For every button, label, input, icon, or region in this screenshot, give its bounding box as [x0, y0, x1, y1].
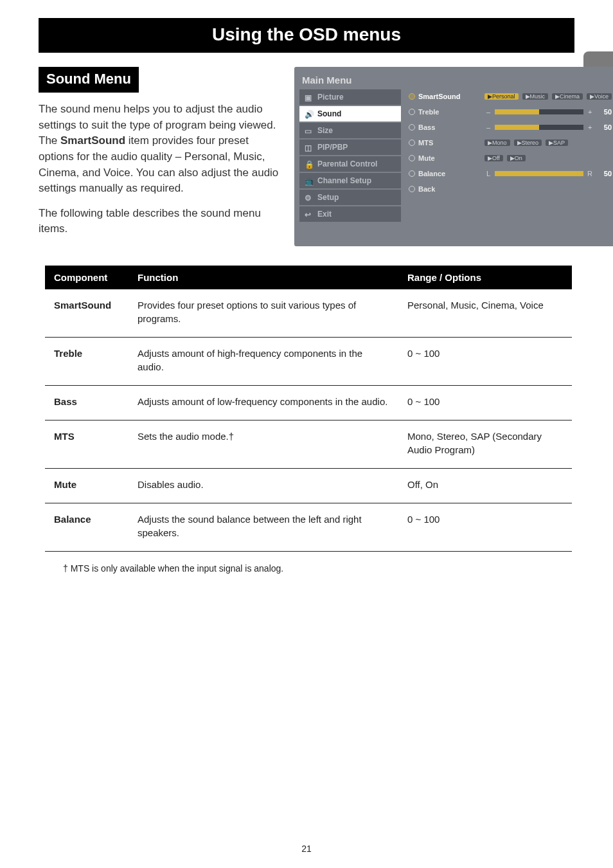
- plus-icon[interactable]: +: [586, 108, 594, 116]
- radio-icon: [409, 140, 415, 146]
- osd-sub-label: Bass: [418, 123, 435, 131]
- opt-cinema[interactable]: ▶Cinema: [552, 93, 583, 100]
- osd-submenu: SmartSound Treble Bass MTS Mute Balance …: [407, 89, 478, 222]
- page-number: 21: [0, 844, 613, 854]
- table-row: MTS Sets the audio mode.† Mono, Stereo, …: [45, 420, 572, 469]
- footnote: † MTS is only available when the input s…: [63, 563, 574, 574]
- radio-icon: [409, 186, 415, 192]
- osd-nav-label: Channel Setup: [317, 176, 371, 185]
- radio-icon: [409, 155, 415, 161]
- osd-val-treble: – + 50: [484, 105, 612, 119]
- cell-function: Sets the audio mode.†: [129, 420, 398, 469]
- cell-function: Provides four preset options to suit var…: [129, 289, 398, 338]
- osd-nav-label: Sound: [317, 109, 341, 118]
- radio-icon: [409, 93, 415, 100]
- cell-function: Adjusts amount of high-frequency compone…: [129, 338, 398, 386]
- bass-value: 50: [598, 123, 612, 131]
- opt-personal[interactable]: ▶Personal: [484, 93, 519, 100]
- page-title: Using the OSD menus: [39, 18, 574, 53]
- osd-nav-label: Picture: [317, 93, 344, 102]
- balance-value: 50: [598, 170, 612, 177]
- cell-range: 0 ~ 100: [398, 338, 572, 386]
- minus-icon[interactable]: –: [484, 108, 492, 116]
- osd-nav-label: Size: [317, 126, 333, 135]
- th-component: Component: [45, 266, 129, 289]
- cell-range: 0 ~ 100: [398, 386, 572, 420]
- opt-music[interactable]: ▶Music: [522, 93, 549, 100]
- osd-nav-parental[interactable]: 🔒Parental Control: [299, 156, 401, 172]
- opt-voice[interactable]: ▶Voice: [587, 93, 612, 100]
- osd-nav-setup[interactable]: ⚙Setup: [299, 190, 401, 205]
- osd-nav-exit[interactable]: ↩Exit: [299, 206, 401, 222]
- cell-range: 0 ~ 100: [398, 503, 572, 552]
- osd-nav-label: Setup: [317, 193, 339, 202]
- osd-sub-label: SmartSound: [418, 93, 460, 100]
- minus-icon[interactable]: –: [484, 123, 492, 131]
- opt-mono[interactable]: ▶Mono: [484, 140, 510, 146]
- osd-sub-label: Balance: [418, 170, 445, 177]
- osd-val-balance: L R 50: [484, 167, 612, 181]
- size-icon: ▭: [305, 127, 314, 134]
- osd-sub-smartsound[interactable]: SmartSound: [407, 89, 478, 104]
- opt-on[interactable]: ▶On: [507, 155, 526, 161]
- osd-sub-bass[interactable]: Bass: [407, 120, 478, 134]
- tv-icon: 📺: [305, 177, 314, 185]
- cell-component: Balance: [45, 503, 129, 552]
- plus-icon[interactable]: +: [586, 123, 594, 131]
- cell-range: Personal, Music, Cinema, Voice: [398, 289, 572, 338]
- cell-component: MTS: [45, 420, 129, 469]
- osd-nav-label: Parental Control: [317, 159, 377, 168]
- right-icon[interactable]: R: [586, 170, 594, 177]
- cell-function: Disables audio.: [129, 469, 398, 503]
- osd-val-mts: ▶Mono ▶Stereo ▶SAP: [484, 136, 612, 150]
- osd-val-bass: – + 50: [484, 120, 612, 134]
- osd-sub-treble[interactable]: Treble: [407, 105, 478, 119]
- pip-icon: ◫: [305, 143, 314, 151]
- osd-sub-mute[interactable]: Mute: [407, 151, 478, 165]
- radio-icon: [409, 170, 415, 177]
- osd-val-mute: ▶Off ▶On: [484, 151, 612, 165]
- osd-values: ▶Personal ▶Music ▶Cinema ▶Voice – + 50: [484, 89, 612, 222]
- osd-sub-label: Treble: [418, 108, 439, 116]
- table-row: Mute Disables audio. Off, On: [45, 469, 572, 503]
- bass-slider[interactable]: [495, 125, 583, 130]
- exit-icon: ↩: [305, 210, 314, 218]
- osd-sub-back[interactable]: Back: [407, 182, 478, 196]
- osd-nav-label: PIP/PBP: [317, 143, 348, 152]
- gear-icon: ⚙: [305, 194, 314, 201]
- opt-stereo[interactable]: ▶Stereo: [514, 140, 542, 146]
- opt-sap[interactable]: ▶SAP: [546, 140, 568, 146]
- osd-sub-label: MTS: [418, 139, 433, 147]
- lock-icon: 🔒: [305, 160, 314, 168]
- left-icon[interactable]: L: [484, 170, 492, 177]
- speaker-icon: 🔊: [305, 110, 314, 118]
- section-heading: Sound Menu: [39, 67, 139, 93]
- osd-sub-balance[interactable]: Balance: [407, 167, 478, 181]
- th-function: Function: [129, 266, 398, 289]
- osd-title: Main Menu: [299, 72, 612, 89]
- osd-nav-sound[interactable]: 🔊Sound: [299, 106, 401, 122]
- osd-screenshot: Main Menu ▣Picture 🔊Sound ▭Size ◫PIP/PBP…: [294, 67, 613, 246]
- th-range: Range / Options: [398, 266, 572, 289]
- treble-slider[interactable]: [495, 109, 583, 114]
- intro-p1-bold: SmartSound: [60, 134, 125, 147]
- picture-icon: ▣: [305, 93, 314, 101]
- osd-nav-pip[interactable]: ◫PIP/PBP: [299, 140, 401, 155]
- treble-value: 50: [598, 108, 612, 116]
- osd-val-back: [484, 182, 612, 196]
- table-row: Treble Adjusts amount of high-frequency …: [45, 338, 572, 386]
- osd-nav-channel[interactable]: 📺Channel Setup: [299, 173, 401, 188]
- cell-function: Adjusts amount of low-frequency componen…: [129, 386, 398, 420]
- osd-val-smartsound: ▶Personal ▶Music ▶Cinema ▶Voice: [484, 89, 612, 104]
- osd-nav-size[interactable]: ▭Size: [299, 123, 401, 138]
- osd-sub-mts[interactable]: MTS: [407, 136, 478, 150]
- cell-range: Mono, Stereo, SAP (Secondary Audio Progr…: [398, 420, 572, 469]
- osd-nav-picture[interactable]: ▣Picture: [299, 89, 401, 105]
- spec-table: Component Function Range / Options Smart…: [45, 266, 572, 552]
- radio-icon: [409, 124, 415, 131]
- opt-off[interactable]: ▶Off: [484, 155, 503, 161]
- osd-sub-label: Mute: [418, 154, 435, 162]
- cell-component: SmartSound: [45, 289, 129, 338]
- balance-slider[interactable]: [495, 171, 583, 176]
- table-row: Bass Adjusts amount of low-frequency com…: [45, 386, 572, 420]
